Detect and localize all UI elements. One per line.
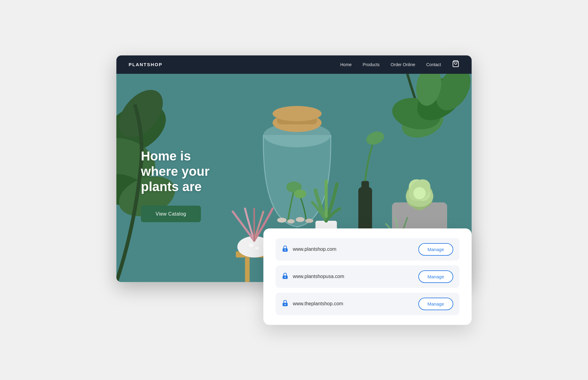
svg-point-16 (273, 114, 322, 132)
svg-rect-17 (277, 114, 317, 124)
hero-headline: Home is where your plants are (141, 148, 221, 194)
svg-point-42 (255, 247, 259, 250)
domain-row-1: www.plantshop.com Manage (276, 238, 459, 261)
nav-contact[interactable]: Contact (426, 62, 441, 67)
svg-point-37 (405, 175, 435, 205)
svg-point-11 (413, 74, 444, 108)
domain-card: www.plantshop.com Manage www.plantshopus… (263, 228, 472, 325)
nav-order-online[interactable]: Order Online (391, 62, 415, 67)
lock-icon-2 (282, 273, 288, 281)
svg-point-8 (390, 94, 443, 133)
hero-text: Home is where your plants are View Catal… (141, 148, 221, 222)
view-catalog-button[interactable]: View Catalog (141, 205, 201, 222)
svg-point-35 (406, 186, 433, 207)
nav-products[interactable]: Products (363, 62, 379, 67)
svg-point-19 (286, 182, 302, 193)
svg-point-18 (273, 106, 322, 121)
svg-point-7 (398, 102, 447, 143)
svg-point-23 (296, 217, 304, 222)
lock-icon-1 (282, 245, 288, 254)
manage-button-1[interactable]: Manage (418, 243, 453, 256)
svg-rect-27 (361, 181, 369, 190)
svg-point-34 (409, 182, 430, 210)
svg-point-46 (285, 277, 286, 278)
svg-point-24 (305, 219, 313, 223)
svg-point-4 (116, 81, 172, 145)
lock-icon-3 (282, 300, 288, 308)
brand-logo: PLANTSHOP (129, 62, 163, 67)
svg-point-32 (402, 180, 437, 213)
svg-point-21 (277, 218, 286, 223)
manage-button-2[interactable]: Manage (418, 270, 453, 283)
svg-point-48 (285, 304, 286, 305)
domain-url-2: www.plantshopusa.com (293, 274, 414, 279)
svg-point-44 (285, 249, 286, 250)
manage-button-3[interactable]: Manage (418, 298, 453, 310)
svg-point-20 (294, 190, 306, 198)
domain-row-3: www.theplantshop.com Manage (276, 293, 459, 315)
nav-links: Home Products Order Online Contact (340, 60, 459, 69)
nav-home[interactable]: Home (340, 62, 352, 67)
svg-point-41 (249, 243, 254, 247)
svg-rect-13 (245, 258, 250, 282)
domain-url-1: www.plantshop.com (293, 246, 414, 252)
domain-row-2: www.plantshopusa.com Manage (276, 265, 459, 288)
domain-url-3: www.theplantshop.com (293, 301, 414, 307)
outer-wrapper: PLANTSHOP Home Products Order Online Con… (116, 55, 472, 325)
svg-point-15 (263, 123, 331, 147)
svg-point-36 (405, 175, 435, 205)
cart-icon[interactable] (452, 60, 459, 69)
svg-point-28 (364, 129, 386, 147)
svg-point-22 (287, 219, 295, 224)
svg-point-38 (413, 187, 426, 199)
svg-point-31 (402, 180, 437, 213)
svg-point-10 (429, 74, 472, 116)
svg-point-33 (409, 182, 430, 210)
navigation: PLANTSHOP Home Products Order Online Con… (116, 55, 472, 74)
svg-point-9 (409, 74, 472, 129)
